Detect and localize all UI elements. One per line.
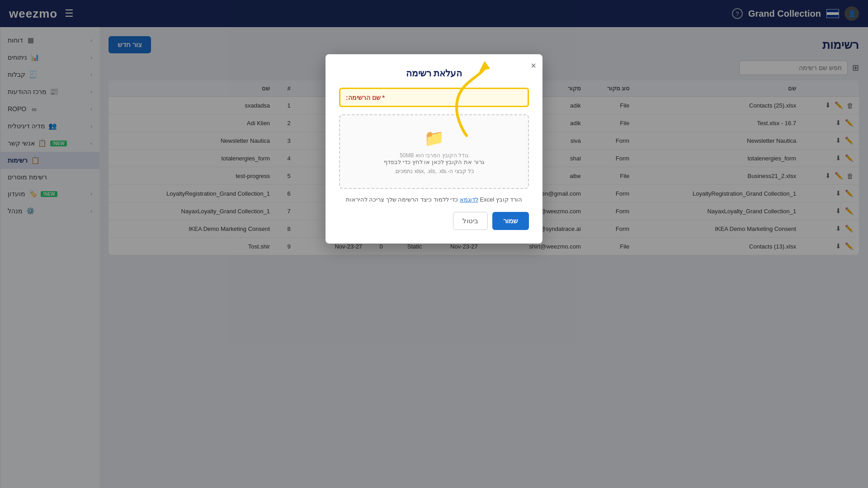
save-button[interactable]: שמור xyxy=(492,212,529,230)
upload-size-text: גודל הקובץ המרבי הוא 50MB xyxy=(349,152,519,159)
name-label: * שם הרשימה: xyxy=(346,94,385,101)
cancel-button[interactable]: ביטול xyxy=(453,212,488,230)
instructions-link[interactable]: לדוגמא xyxy=(460,196,478,203)
list-name-input[interactable] xyxy=(389,94,522,101)
upload-drag-text: גרור את הקובץ לכאן או לחץ כדי לבפדף xyxy=(349,159,519,165)
modal-close-button[interactable]: × xyxy=(531,61,536,71)
upload-area[interactable]: 📁 גודל הקובץ המרבי הוא 50MB גרור את הקוב… xyxy=(339,114,529,189)
name-field-row: * שם הרשימה: xyxy=(339,88,529,107)
upload-formats-text: כל קבצי ה-.xlsx, .xls, .xls נתמכים. xyxy=(349,168,519,174)
modal-buttons: שמור ביטול xyxy=(339,212,529,230)
modal-title: העלאת רשימה xyxy=(339,68,529,79)
upload-modal: × העלאת רשימה * שם הרשימה: 📁 גודל הקובץ … xyxy=(326,54,542,244)
instructions-line: הורד קובץ Excel לדוגמא כדי ללמוד כיצד הר… xyxy=(339,196,529,203)
upload-icon: 📁 xyxy=(349,129,519,148)
modal-overlay[interactable]: × העלאת רשימה * שם הרשימה: 📁 גודל הקובץ … xyxy=(0,0,868,488)
